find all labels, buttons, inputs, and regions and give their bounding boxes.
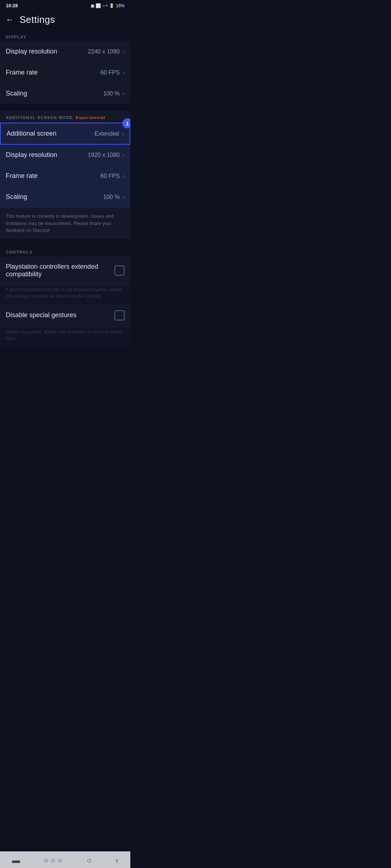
playstation-controllers-label: Playstation controllers extended compati…: [6, 263, 114, 278]
additional-screen-info: This feature is currently in development…: [0, 208, 130, 239]
controls-section-label: CONTROLS: [0, 246, 130, 256]
chevron-right-icon: ›: [123, 152, 125, 158]
additional-display-resolution-value: 1920 x 1080: [88, 152, 120, 158]
scaling-label: Scaling: [6, 90, 27, 97]
battery-level: 16%: [116, 3, 125, 8]
playstation-controllers-item[interactable]: Playstation controllers extended compati…: [0, 256, 130, 285]
playstation-controllers-description: If your PlayStation controller is not de…: [0, 285, 130, 304]
additional-scaling-value: 100 %: [103, 194, 119, 200]
notification-badge: 1: [122, 118, 130, 128]
additional-screen-section-label: ADDITIONAL SCREEN MODE: [6, 115, 73, 120]
additional-frame-rate-value: 60 FPS: [100, 173, 119, 179]
additional-screen-item[interactable]: Additional screen Extended › 1: [0, 123, 130, 145]
display-resolution-label: Display resolution: [6, 48, 57, 55]
disable-gestures-item[interactable]: Disable special gestures: [0, 304, 130, 327]
frame-rate-label: Frame rate: [6, 69, 38, 76]
chevron-right-icon: ›: [123, 194, 125, 200]
frame-rate-value-row: 60 FPS ›: [100, 69, 125, 76]
notification-icons: ▣ ⬜ ○ •: [91, 3, 108, 8]
header: ← Settings: [0, 10, 130, 31]
page-title: Settings: [20, 14, 55, 25]
additional-screen-section: ADDITIONAL SCREEN MODE Experimental Addi…: [0, 111, 130, 239]
scaling-item[interactable]: Scaling 100 % ›: [0, 83, 130, 104]
additional-scaling-value-row: 100 % ›: [103, 194, 125, 200]
back-button[interactable]: ←: [6, 15, 14, 25]
experimental-badge: Experimental: [76, 115, 105, 120]
additional-screen-value-row: Extended ›: [94, 131, 124, 137]
status-time: 10:28: [6, 3, 18, 8]
battery-icon: 🔋: [109, 3, 114, 8]
additional-frame-rate-item[interactable]: Frame rate 60 FPS ›: [0, 166, 130, 187]
spacer-1: [0, 104, 130, 111]
display-resolution-value: 2240 x 1080: [88, 48, 120, 55]
additional-screen-value: Extended: [94, 131, 119, 137]
scaling-value-row: 100 % ›: [103, 90, 125, 97]
additional-frame-rate-value-row: 60 FPS ›: [100, 173, 125, 179]
display-resolution-item[interactable]: Display resolution 2240 x 1080 ›: [0, 41, 130, 62]
disable-gestures-label: Disable special gestures: [6, 311, 114, 319]
playstation-controllers-checkbox[interactable]: [114, 265, 125, 276]
additional-screen-header: ADDITIONAL SCREEN MODE Experimental: [0, 111, 130, 123]
chevron-right-icon: ›: [123, 90, 125, 97]
display-section-label: DISPLAY: [0, 31, 130, 41]
additional-scaling-label: Scaling: [6, 193, 27, 201]
status-bar: 10:28 ▣ ⬜ ○ • 🔋 16%: [0, 0, 130, 10]
additional-display-resolution-label: Display resolution: [6, 151, 57, 159]
additional-display-resolution-value-row: 1920 x 1080 ›: [88, 152, 125, 158]
controls-group: Playstation controllers extended compati…: [0, 256, 130, 346]
disable-gestures-checkbox[interactable]: [114, 310, 125, 320]
spacer-2: [0, 239, 130, 246]
chevron-right-icon: ›: [123, 48, 125, 55]
additional-screen-label: Additional screen: [7, 130, 56, 137]
display-resolution-value-row: 2240 x 1080 ›: [88, 48, 125, 55]
chevron-right-icon: ›: [122, 131, 124, 137]
chevron-right-icon: ›: [123, 69, 125, 76]
disable-gestures-description: Disable long press, double click and pin…: [0, 327, 130, 346]
status-icons: ▣ ⬜ ○ • 🔋 16%: [91, 3, 125, 8]
frame-rate-item[interactable]: Frame rate 60 FPS ›: [0, 62, 130, 83]
scaling-value: 100 %: [103, 90, 119, 97]
additional-screen-wrapper: Additional screen Extended › 1: [0, 123, 130, 145]
additional-frame-rate-label: Frame rate: [6, 172, 38, 180]
nav-spacer: [0, 346, 130, 368]
frame-rate-value: 60 FPS: [100, 69, 119, 76]
display-settings-group: Display resolution 2240 x 1080 › Frame r…: [0, 41, 130, 104]
additional-display-resolution-item[interactable]: Display resolution 1920 x 1080 ›: [0, 145, 130, 166]
chevron-right-icon: ›: [123, 173, 125, 179]
additional-scaling-item[interactable]: Scaling 100 % ›: [0, 187, 130, 208]
